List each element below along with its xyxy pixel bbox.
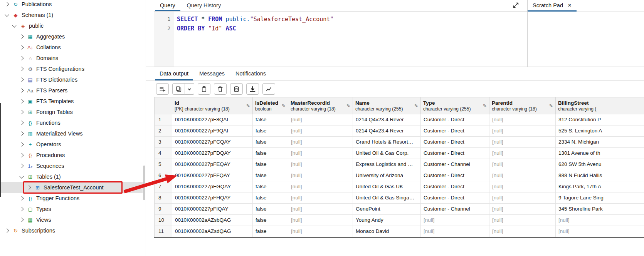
edit-column-icon[interactable]: ✎ <box>483 103 487 109</box>
cell[interactable]: [null] <box>489 137 556 148</box>
cell[interactable]: [null] <box>288 159 353 170</box>
cell[interactable]: 0010K0000227pFHQAY <box>172 192 253 204</box>
cell[interactable]: 0010K0000227pF8QAI <box>172 114 253 125</box>
delete-button[interactable] <box>214 83 227 95</box>
cell[interactable]: Express Logistics and … <box>353 159 421 170</box>
chevron-right-icon[interactable] <box>19 45 24 49</box>
sidebar-item-fts-configurations[interactable]: ⚙FTS Configurations <box>0 64 143 74</box>
row-number[interactable]: 7 <box>154 181 172 192</box>
chevron-down-icon[interactable] <box>19 174 24 178</box>
cell[interactable]: false <box>253 192 288 204</box>
cell[interactable]: false <box>253 215 288 226</box>
cell[interactable]: Customer - Direct <box>421 125 489 137</box>
chevron-right-icon[interactable] <box>5 2 9 6</box>
cell[interactable]: Customer - Direct <box>421 181 489 192</box>
chevron-right-icon[interactable] <box>19 77 24 82</box>
chevron-right-icon[interactable] <box>19 196 24 200</box>
cell[interactable]: Customer - Direct <box>421 192 489 204</box>
cell[interactable]: [null] <box>489 125 556 137</box>
sql-line[interactable]: ORDER BY "Id" ASC <box>177 24 527 33</box>
sidebar-item-procedures[interactable]: {}Procedures <box>0 150 143 161</box>
cell[interactable]: [null] <box>489 170 556 181</box>
cell[interactable]: false <box>253 181 288 192</box>
cell[interactable]: 0010K0000227pFCQAY <box>172 137 253 148</box>
cell[interactable]: 620 SW 5th Avenu <box>556 159 644 170</box>
sql-code[interactable]: SELECT * FROM public."SalesforceTest_Acc… <box>174 12 527 67</box>
row-number[interactable]: 9 <box>154 204 172 215</box>
cell[interactable]: Young Andy <box>353 215 421 226</box>
chevron-right-icon[interactable] <box>5 228 9 233</box>
cell[interactable]: 888 N Euclid Hallis <box>556 170 644 181</box>
cell[interactable]: [null] <box>288 215 353 226</box>
cell[interactable]: [null] <box>288 226 353 237</box>
cell[interactable]: 0214 Q4v23.4 Rever <box>353 114 421 125</box>
cell[interactable]: false <box>253 159 288 170</box>
cell[interactable]: United Oil & Gas Singa… <box>353 192 421 204</box>
cell[interactable]: [null] <box>288 148 353 159</box>
cell[interactable]: false <box>253 137 288 148</box>
cell[interactable]: [null] <box>489 159 556 170</box>
cell[interactable]: [null] <box>489 192 556 204</box>
cell[interactable]: Customer - Direct <box>421 137 489 148</box>
cell[interactable]: [null] <box>556 215 644 226</box>
sidebar-item-fts-dictionaries[interactable]: ▤FTS Dictionaries <box>0 74 143 85</box>
cell[interactable]: [null] <box>489 148 556 159</box>
tab-scratch-pad[interactable]: Scratch Pad × <box>528 0 577 12</box>
cell[interactable]: [null] <box>556 226 644 237</box>
cell[interactable]: false <box>253 170 288 181</box>
sidebar-item-subscriptions[interactable]: ↻Subscriptions <box>0 225 143 236</box>
chevron-right-icon[interactable] <box>19 110 24 114</box>
column-header-billingstreet[interactable]: BillingStreetcharacter varying (✎ <box>556 97 644 114</box>
column-header-parentid[interactable]: ParentIdcharacter varying (18)✎ <box>489 97 556 114</box>
edit-column-icon[interactable]: ✎ <box>246 103 250 109</box>
tab-notifications[interactable]: Notifications <box>230 67 271 80</box>
cell[interactable]: Grand Hotels & Resort… <box>353 137 421 148</box>
chevron-right-icon[interactable] <box>27 185 31 189</box>
row-number[interactable]: 1 <box>154 114 172 125</box>
tab-query[interactable]: Query <box>154 0 181 11</box>
cell[interactable]: [null] <box>489 226 556 237</box>
paste-button[interactable] <box>198 83 210 95</box>
sidebar-item-domains[interactable]: ⌂Domains <box>0 53 143 64</box>
cell[interactable]: 345 Shoreline Park <box>556 204 644 215</box>
close-icon[interactable]: × <box>568 2 572 8</box>
sql-editor[interactable]: 12 SELECT * FROM public."SalesforceTest_… <box>154 12 527 67</box>
sidebar-item-fts-parsers[interactable]: AaFTS Parsers <box>0 85 143 96</box>
sidebar-item-fts-templates[interactable]: ▣FTS Templates <box>0 96 143 107</box>
column-header-name[interactable]: Namecharacter varying (255)✎ <box>353 97 421 114</box>
left-scrollbar[interactable] <box>0 103 1 197</box>
chevron-down-icon[interactable] <box>5 12 9 17</box>
cell[interactable]: [null] <box>288 137 353 148</box>
cell[interactable]: 0010K0000227pFFQAY <box>172 170 253 181</box>
cell[interactable]: Monaco David <box>353 226 421 237</box>
cell[interactable]: false <box>253 204 288 215</box>
cell[interactable]: [null] <box>288 204 353 215</box>
chevron-right-icon[interactable] <box>19 120 24 125</box>
graph-visualiser-button[interactable] <box>262 83 275 95</box>
cell[interactable]: [null] <box>489 181 556 192</box>
cell[interactable]: 0010K00002aAZsdQAG <box>172 226 253 237</box>
sidebar-item-public[interactable]: ◈public <box>0 20 143 31</box>
chevron-right-icon[interactable] <box>19 207 24 211</box>
cell[interactable]: 1301 Avenue of th <box>556 148 644 159</box>
column-header-isdeleted[interactable]: IsDeletedboolean✎ <box>253 97 288 114</box>
row-number[interactable]: 10 <box>154 215 172 226</box>
cell[interactable]: 0010K0000227pFEQAY <box>172 159 253 170</box>
row-number[interactable]: 5 <box>154 159 172 170</box>
cell[interactable]: false <box>253 125 288 137</box>
cell[interactable]: [null] <box>421 215 489 226</box>
copy-options-button[interactable] <box>185 83 194 95</box>
cell[interactable]: false <box>253 148 288 159</box>
row-number[interactable]: 2 <box>154 125 172 137</box>
edit-column-icon[interactable]: ✎ <box>414 103 418 109</box>
row-number[interactable]: 3 <box>154 137 172 148</box>
chevron-right-icon[interactable] <box>19 88 24 92</box>
sidebar-item-tables-1[interactable]: ⊞Tables (1) <box>0 171 143 182</box>
sidebar-item-sequences[interactable]: 1₂Sequences <box>0 161 143 171</box>
row-number[interactable]: 11 <box>154 226 172 237</box>
edit-column-icon[interactable]: ✎ <box>346 103 350 109</box>
cell[interactable]: 0010K0000227pFDQAY <box>172 148 253 159</box>
tree-scrollbar[interactable] <box>143 166 145 200</box>
cell[interactable]: Customer - Direct <box>421 170 489 181</box>
cell[interactable]: Customer - Channel <box>421 159 489 170</box>
